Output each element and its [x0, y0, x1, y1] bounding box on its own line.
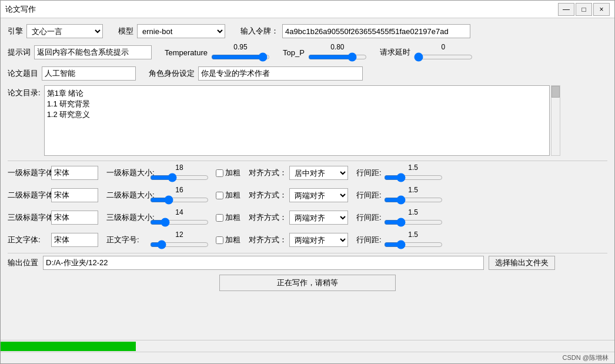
h2-size-label: 二级标题大小:: [106, 190, 148, 201]
body-linespace-value: 1.5: [408, 231, 418, 239]
role-input[interactable]: [198, 66, 363, 81]
delay-label: 请求延时: [380, 47, 410, 58]
minimize-button[interactable]: —: [558, 3, 574, 16]
hint-label: 提示词: [8, 47, 31, 58]
status-button[interactable]: 正在写作，请稍等: [219, 275, 396, 291]
body-bold-checkbox[interactable]: 加粗: [216, 235, 240, 245]
h1-size-slider[interactable]: [150, 173, 209, 182]
h2-linespace-slider[interactable]: [384, 195, 443, 205]
output-path-input[interactable]: [43, 256, 484, 270]
body-linespace-slider[interactable]: [384, 240, 443, 249]
h1-row: 一级标题字体: 一级标题大小: 18 加粗 对齐方式： 居中对齐 行间距: 1.…: [8, 163, 607, 182]
progress-bar-container: [1, 340, 614, 352]
h2-size-value: 16: [175, 186, 183, 194]
toc-row: 论文目录: 第1章 绪论 1.1 研究背景 1.2 研究意义: [8, 85, 607, 156]
topp-slider-container: 0.80: [308, 43, 367, 62]
titlebar: 论文写作 — □ ×: [1, 1, 614, 18]
body-align-select[interactable]: 两端对齐: [289, 233, 348, 247]
h3-size-slider[interactable]: [150, 218, 209, 227]
footer: CSDN @陈增林: [1, 352, 614, 363]
body-align-label: 对齐方式：: [249, 235, 287, 245]
titlebar-buttons: — □ ×: [558, 3, 610, 16]
h3-linespace-label: 行间距:: [356, 212, 382, 223]
h1-align-label: 对齐方式：: [249, 168, 287, 178]
engine-select[interactable]: 文心一言: [26, 24, 103, 38]
h1-bold-check[interactable]: [216, 169, 223, 177]
topp-slider[interactable]: [308, 52, 367, 62]
window-title: 论文写作: [5, 4, 558, 15]
close-button[interactable]: ×: [593, 3, 610, 16]
hint-input[interactable]: [34, 45, 152, 59]
model-select[interactable]: ernie-bot: [137, 24, 225, 38]
h3-font-label: 三级标题字体:: [8, 212, 49, 223]
body-bold-label: 加粗: [225, 235, 240, 245]
delay-slider[interactable]: [414, 52, 473, 62]
h1-linespace-value: 1.5: [408, 163, 418, 172]
token-input[interactable]: [282, 24, 470, 38]
h1-align-select[interactable]: 居中对齐: [289, 166, 348, 180]
h3-linespace-value: 1.5: [408, 208, 418, 216]
topic-input[interactable]: [42, 66, 136, 81]
h2-font-input[interactable]: [51, 188, 98, 202]
output-folder-button[interactable]: 选择输出文件夹: [489, 256, 555, 270]
h2-size-slider-container: 16: [150, 186, 209, 205]
token-label: 输入令牌：: [240, 26, 279, 36]
h2-linespace-value: 1.5: [408, 186, 418, 194]
body-font-input[interactable]: [51, 233, 98, 247]
model-label: 模型: [118, 26, 133, 36]
h2-row: 二级标题字体: 二级标题大小: 16 加粗 对齐方式： 两端对齐 行间距: 1.…: [8, 186, 607, 205]
h1-size-value: 18: [175, 163, 183, 172]
h3-bold-check[interactable]: [216, 214, 223, 222]
h1-bold-label: 加粗: [225, 168, 240, 178]
h3-bold-checkbox[interactable]: 加粗: [216, 212, 240, 223]
h2-bold-check[interactable]: [216, 192, 223, 199]
content-area: 引擎 文心一言 模型 ernie-bot 输入令牌： 提示词 Temperatu…: [1, 18, 614, 340]
h1-font-input[interactable]: [51, 166, 98, 180]
body-size-value: 12: [175, 231, 183, 239]
temperature-slider-container: 0.95: [211, 43, 270, 62]
engine-model-row: 引擎 文心一言 模型 ernie-bot 输入令牌：: [8, 24, 607, 38]
h2-bold-checkbox[interactable]: 加粗: [216, 190, 240, 201]
toc-label: 论文目录:: [8, 85, 41, 98]
h3-bold-label: 加粗: [225, 212, 240, 223]
footer-text: CSDN @陈增林: [563, 353, 609, 362]
h2-align-label: 对齐方式：: [249, 190, 287, 201]
h2-linespace-label: 行间距:: [356, 190, 382, 201]
h3-size-label: 三级标题大小:: [106, 212, 148, 223]
h1-linespace-slider[interactable]: [384, 173, 443, 182]
h2-font-label: 二级标题字体:: [8, 190, 49, 201]
toc-scrollbar[interactable]: [551, 85, 560, 156]
temperature-slider[interactable]: [211, 52, 270, 62]
delay-slider-container: 0: [414, 43, 473, 62]
h3-font-input[interactable]: [51, 211, 98, 225]
h3-size-slider-container: 14: [150, 208, 209, 227]
body-size-slider[interactable]: [150, 240, 209, 249]
toc-textarea[interactable]: 第1章 绪论 1.1 研究背景 1.2 研究意义: [44, 85, 550, 156]
h3-align-label: 对齐方式：: [249, 212, 287, 223]
progress-bar: [1, 342, 136, 351]
h3-align-select[interactable]: 两端对齐: [289, 211, 348, 225]
h1-bold-checkbox[interactable]: 加粗: [216, 168, 240, 178]
h1-size-slider-container: 18: [150, 163, 209, 182]
h2-align-select[interactable]: 两端对齐: [289, 188, 348, 202]
hint-row: 提示词 Temperature 0.95 Top_P 0.80 请求延时 0: [8, 43, 607, 62]
h1-size-label: 一级标题大小:: [106, 168, 148, 178]
h1-linespace-label: 行间距:: [356, 168, 382, 178]
body-font-label: 正文字体:: [8, 235, 49, 245]
role-label: 角色身份设定: [149, 68, 195, 79]
topp-value: 0.80: [330, 43, 344, 51]
body-linespace-label: 行间距:: [356, 235, 382, 245]
h3-linespace-slider[interactable]: [384, 218, 443, 227]
topp-label: Top_P: [283, 48, 305, 57]
main-window: 论文写作 — □ × 引擎 文心一言 模型 ernie-bot 输入令牌： 提示…: [0, 0, 615, 364]
body-bold-check[interactable]: [216, 236, 223, 244]
body-size-slider-container: 12: [150, 231, 209, 249]
topic-role-row: 论文题目 角色身份设定: [8, 66, 607, 81]
engine-label: 引擎: [8, 26, 23, 36]
maximize-button[interactable]: □: [576, 3, 592, 16]
topic-label: 论文题目: [8, 68, 38, 79]
temperature-value: 0.95: [233, 43, 247, 51]
temperature-label: Temperature: [165, 48, 208, 57]
h2-linespace-container: 1.5: [384, 186, 443, 205]
h2-size-slider[interactable]: [150, 195, 209, 205]
